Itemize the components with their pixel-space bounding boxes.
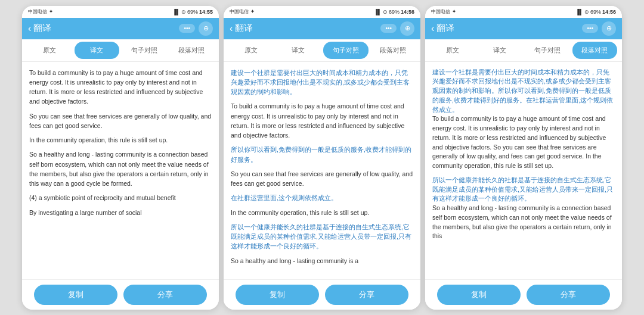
target-icon: ⊕	[405, 24, 410, 32]
share-button[interactable]: 分享	[123, 285, 207, 305]
more-button[interactable]: •••	[380, 24, 397, 33]
signal-icon: ▐▌	[172, 9, 180, 15]
tab-1[interactable]: 译文	[276, 42, 321, 59]
nav-right-buttons: ••• ⊕	[179, 21, 213, 36]
target-button[interactable]: ⊕	[199, 21, 213, 36]
target-button[interactable]: ⊕	[602, 21, 616, 36]
wifi-icon: ⊙	[181, 9, 186, 15]
tabs-bar: 原文译文句子对照段落对照	[224, 39, 420, 62]
status-right: ▐▌ ⊙ 69% 14:55	[172, 9, 213, 15]
copy-button[interactable]: 复制	[236, 285, 319, 305]
nav-right-buttons: ••• ⊕	[380, 21, 414, 36]
tab-2[interactable]: 句子对照	[323, 42, 369, 59]
signal-icon: ▐▌	[374, 9, 382, 15]
tab-0[interactable]: 原文	[430, 42, 475, 59]
content-para-2: 所以你可以看到,免费得到的一般是低质的服务,收费才能得到的好服务。	[231, 145, 413, 164]
content-para-1: So you can see that free services are ge…	[29, 111, 212, 131]
content-para-4: 在社群运营里面,这个规则依然成立。	[231, 193, 413, 202]
phone-1: 中国电信 ✦ ▐▌ ⊙ 69% 14:55 ‹ 翻译 ••• ⊕ 原文译文句子对…	[22, 6, 219, 310]
back-icon: ‹	[431, 23, 434, 34]
tab-0[interactable]: 原文	[228, 42, 274, 59]
target-button[interactable]: ⊕	[400, 21, 414, 36]
tab-3[interactable]: 段落对照	[371, 42, 416, 59]
content-area: 建设一个社群是需要付出巨大的时间成本和精力成本的，只凭兴趣爱好而不求回报地付出是…	[224, 62, 420, 279]
battery-label: 69%	[187, 9, 198, 15]
battery-label: 69%	[389, 9, 400, 15]
content-area: To build a community is to pay a huge am…	[22, 62, 219, 279]
status-bar: 中国电信 ✦ ▐▌ ⊙ 69% 14:56	[425, 6, 622, 18]
carrier-label: 中国电信	[230, 8, 249, 15]
tab-1[interactable]: 译文	[75, 42, 120, 59]
content-para-3: So you can see that free services are ge…	[231, 169, 413, 189]
dots-icon: •••	[385, 25, 392, 32]
tab-1[interactable]: 译文	[478, 42, 523, 59]
tiktok-icon: ✦	[452, 9, 456, 14]
status-left: 中国电信 ✦	[28, 8, 53, 15]
status-right: ▐▌ ⊙ 69% 14:56	[374, 9, 414, 15]
content-para-0: To build a community is to pay a huge am…	[29, 68, 212, 107]
carrier-label: 中国电信	[28, 8, 47, 15]
share-button[interactable]: 分享	[325, 285, 408, 305]
time-label: 14:56	[401, 9, 414, 15]
back-button[interactable]: ‹	[230, 23, 233, 34]
copy-button[interactable]: 复制	[34, 285, 117, 305]
nav-bar: ‹ 翻译 ••• ⊕	[425, 18, 622, 39]
phone-3: 中国电信 ✦ ▐▌ ⊙ 69% 14:56 ‹ 翻译 ••• ⊕ 原文译文句子对…	[425, 6, 622, 310]
bottom-bar: 复制分享	[224, 279, 420, 310]
bottom-bar: 复制分享	[22, 279, 219, 310]
tab-3[interactable]: 段落对照	[169, 42, 215, 59]
battery-label: 69%	[590, 9, 601, 15]
phone-2: 中国电信 ✦ ▐▌ ⊙ 69% 14:56 ‹ 翻译 ••• ⊕ 原文译文句子对…	[224, 6, 420, 310]
wifi-icon: ⊙	[383, 9, 388, 15]
nav-title: 翻译	[33, 23, 51, 34]
status-right: ▐▌ ⊙ 69% 14:56	[575, 9, 616, 15]
back-icon: ‹	[28, 23, 31, 34]
content-para-3: So a healthy and long - lasting communit…	[29, 149, 212, 188]
nav-right-buttons: ••• ⊕	[582, 21, 616, 36]
back-button[interactable]: ‹	[431, 23, 434, 34]
target-icon: ⊕	[606, 24, 612, 32]
content-para-7: So a healthy and long - lasting communit…	[231, 256, 413, 266]
content-para-6: 所以一个健康并能长久的社群是基于连接的自生式生态系统,它既能满足成员的某种价值需…	[231, 222, 413, 251]
phones-container: 中国电信 ✦ ▐▌ ⊙ 69% 14:55 ‹ 翻译 ••• ⊕ 原文译文句子对…	[0, 0, 644, 315]
tabs-bar: 原文译文句子对照段落对照	[22, 39, 219, 62]
more-button[interactable]: •••	[179, 24, 195, 33]
tab-0[interactable]: 原文	[27, 42, 72, 59]
tiktok-icon: ✦	[250, 9, 255, 14]
back-button[interactable]: ‹	[28, 23, 31, 34]
back-icon: ‹	[230, 23, 233, 34]
content-para-5: By investigating a large number of socia…	[29, 208, 212, 217]
content-para-1: To build a community is to pay a huge am…	[231, 101, 413, 140]
status-left: 中国电信 ✦	[230, 8, 255, 15]
tab-2[interactable]: 句子对照	[525, 42, 570, 59]
tab-2[interactable]: 句子对照	[122, 42, 167, 59]
bottom-bar: 复制分享	[425, 279, 622, 310]
more-button[interactable]: •••	[582, 24, 598, 33]
content-para-5: In the community operation, this rule is…	[231, 208, 413, 217]
status-bar: 中国电信 ✦ ▐▌ ⊙ 69% 14:55	[22, 6, 219, 18]
status-left: 中国电信 ✦	[431, 8, 456, 15]
tiktok-icon: ✦	[49, 9, 53, 14]
tab-3[interactable]: 段落对照	[572, 42, 618, 59]
signal-icon: ▐▌	[575, 9, 583, 15]
time-label: 14:56	[602, 9, 616, 15]
status-bar: 中国电信 ✦ ▐▌ ⊙ 69% 14:56	[224, 6, 420, 18]
time-label: 14:55	[199, 9, 213, 15]
copy-button[interactable]: 复制	[437, 285, 521, 305]
dots-icon: •••	[184, 25, 190, 32]
content-para-0: 建设一个社群是需要付出巨大的时间成本和精力成本的，只凭兴趣爱好而不求回报地付出是…	[231, 68, 413, 97]
nav-title: 翻译	[235, 23, 253, 34]
en-text: So a healthy and long - lasting communit…	[432, 204, 615, 241]
content-pair-0: 建设一个社群是需要付出巨大的时间成本和精力成本的，只凭兴趣爱好而不求回报地付出是…	[432, 68, 615, 171]
carrier-label: 中国电信	[431, 8, 450, 15]
content-area: 建设一个社群是需要付出巨大的时间成本和精力成本的，只凭兴趣爱好而不求回报地付出是…	[425, 62, 622, 279]
zh-text: 所以一个健康并能长久的社群是基于连接的自生式生态系统,它既能满足成员的某种价值需…	[432, 176, 615, 204]
nav-bar: ‹ 翻译 ••• ⊕	[224, 18, 420, 39]
zh-text: 建设一个社群是需要付出巨大的时间成本和精力成本的，只凭兴趣爱好而不求回报地付出是…	[432, 68, 615, 115]
wifi-icon: ⊙	[584, 9, 589, 15]
target-icon: ⊕	[203, 24, 209, 32]
share-button[interactable]: 分享	[527, 285, 610, 305]
nav-bar: ‹ 翻译 ••• ⊕	[22, 18, 219, 39]
dots-icon: •••	[587, 25, 593, 32]
tabs-bar: 原文译文句子对照段落对照	[425, 39, 622, 62]
